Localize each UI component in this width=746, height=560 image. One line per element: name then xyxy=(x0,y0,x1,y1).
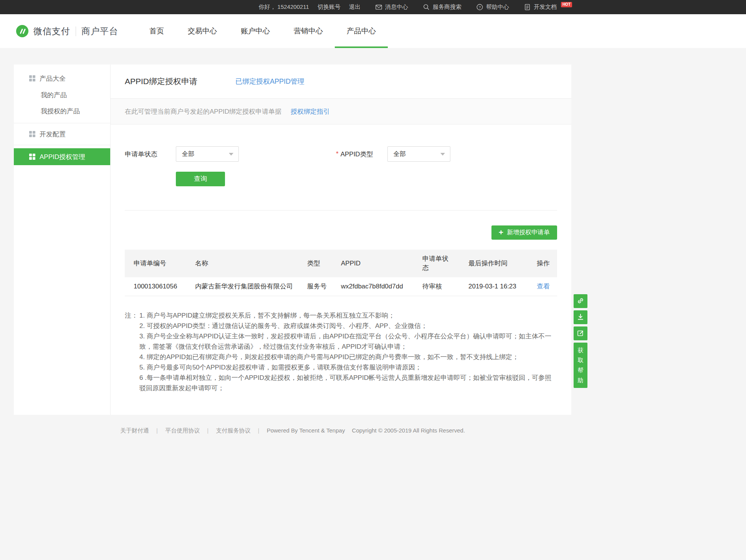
nav-marketing-center[interactable]: 营销中心 xyxy=(282,14,335,48)
table-header-row: 申请单编号 名称 类型 APPID 申请单状态 最后操作时间 操作 xyxy=(125,250,557,277)
view-link[interactable]: 查看 xyxy=(537,283,550,290)
topbar: 你好， 1524200211 切换账号 退出 消息中心 服务商搜索 xyxy=(0,0,746,14)
footer-link-platform-agreement[interactable]: 平台使用协议 xyxy=(165,427,200,434)
footer-link-payment-service-agreement[interactable]: 支付服务协议 xyxy=(216,427,250,434)
nav-home[interactable]: 首页 xyxy=(137,14,176,48)
message-center-item[interactable]: 消息中心 xyxy=(375,3,408,11)
account-greeting: 你好， 1524200211 xyxy=(258,3,309,11)
download-button[interactable] xyxy=(574,310,587,324)
note-item: 6 .每一条申请单相对独立，如向一个APPID发起授权，如被拒绝，可联系APPI… xyxy=(139,373,557,393)
note-item: 2. 可授权的APPID类型：通过微信认证的服务号、政府或媒体类订阅号、小程序、… xyxy=(139,321,557,331)
download-icon xyxy=(577,313,584,322)
cell-last-op-time: 2019-03-1 16:23 xyxy=(460,277,528,296)
feedback-button[interactable] xyxy=(574,326,587,340)
status-filter-value: 全部 xyxy=(182,150,194,158)
switch-account-link[interactable]: 切换账号 xyxy=(318,3,341,11)
info-text: 在此可管理当前商户号发起的APPID绑定授权申请单据 xyxy=(125,107,281,116)
footer: 关于财付通 | 平台使用协议 | 支付服务协议 | Powered By Ten… xyxy=(14,415,571,442)
plus-icon: + xyxy=(499,228,503,236)
nav-product-center[interactable]: 产品中心 xyxy=(335,14,388,48)
provider-search-label: 服务商搜索 xyxy=(433,3,461,11)
sidebar-item-label: 我授权的产品 xyxy=(41,107,80,116)
appid-type-filter-select[interactable]: 全部 xyxy=(387,146,450,162)
page-body: 产品大全 我的产品 我授权的产品 开发配置 APPID授权管理 APPID绑定授… xyxy=(14,65,571,415)
sidebar-item-authorized-products[interactable]: 我授权的产品 xyxy=(14,103,110,119)
note-item: 3. 商户号企业全称与APPID认证主体一致时，发起授权申请后，由APPID在指… xyxy=(139,331,557,352)
cell-order-no: 100013061056 xyxy=(125,277,186,296)
chevron-down-icon xyxy=(440,153,445,156)
footer-powered-by: Powered By Tencent & Tenpay xyxy=(267,427,345,434)
add-auth-request-label: 新增授权申请单 xyxy=(507,229,550,237)
filter-form: 申请单状态 全部 * APPID类型 全部 查询 xyxy=(111,124,571,186)
sidebar-item-label: APPID授权管理 xyxy=(40,152,85,161)
header: 微信支付 商户平台 首页 交易中心 账户中心 营销中心 产品中心 xyxy=(0,14,746,48)
auth-request-table: 申请单编号 名称 类型 APPID 申请单状态 最后操作时间 操作 100013… xyxy=(125,250,557,296)
cell-type: 服务号 xyxy=(298,277,332,296)
footer-separator: | xyxy=(207,427,208,434)
appid-type-filter-label: APPID类型 xyxy=(341,150,373,159)
bound-appid-management-link[interactable]: 已绑定授权APPID管理 xyxy=(235,77,304,86)
platform-name: 商户平台 xyxy=(81,25,118,37)
cell-name: 内蒙古新华发行集团股份有限公司 xyxy=(186,277,298,296)
note-item: 5. 商户号最多可向50个APPID发起授权申请，如需授权更多，请联系微信支付客… xyxy=(139,362,557,373)
get-help-button[interactable]: 获取帮助 xyxy=(574,343,587,388)
column-header-appid: APPID xyxy=(332,250,414,277)
footer-separator: | xyxy=(258,427,260,434)
sidebar-item-label: 我的产品 xyxy=(41,91,67,99)
chevron-down-icon xyxy=(229,153,233,156)
sidebar-item-appid-auth-management[interactable]: APPID授权管理 xyxy=(14,148,110,165)
notes: 注： 1. 商户号与APPID建立绑定授权关系后，暂不支持解绑，每一条关系相互独… xyxy=(125,310,557,393)
sidebar-divider xyxy=(14,145,110,145)
brand[interactable]: 微信支付 商户平台 xyxy=(15,14,118,48)
sidebar-item-dev-config[interactable]: 开发配置 xyxy=(14,123,110,145)
column-header-action: 操作 xyxy=(528,250,557,277)
mail-icon xyxy=(375,3,382,11)
sidebar-item-label: 产品大全 xyxy=(40,74,66,83)
status-filter-label: 申请单状态 xyxy=(125,150,157,159)
cell-status: 待审核 xyxy=(414,277,460,296)
wechat-pay-logo-icon xyxy=(15,24,29,38)
notes-prefix: 注： xyxy=(125,310,138,321)
sidebar-item-label: 开发配置 xyxy=(40,130,66,139)
document-icon xyxy=(524,3,531,11)
grid-icon xyxy=(29,131,35,137)
sidebar: 产品大全 我的产品 我授权的产品 开发配置 APPID授权管理 xyxy=(14,65,110,415)
status-filter-select[interactable]: 全部 xyxy=(176,146,239,162)
column-header-status: 申请单状态 xyxy=(414,250,460,277)
sidebar-item-product-catalog[interactable]: 产品大全 xyxy=(14,70,110,87)
message-center-label: 消息中心 xyxy=(385,3,408,11)
main-panel: APPID绑定授权申请 已绑定授权APPID管理 在此可管理当前商户号发起的AP… xyxy=(110,65,571,415)
add-auth-request-button[interactable]: + 新增授权申请单 xyxy=(491,225,557,240)
page-title: APPID绑定授权申请 xyxy=(125,76,197,87)
info-bar: 在此可管理当前商户号发起的APPID绑定授权申请单据 授权绑定指引 xyxy=(111,99,571,124)
dev-docs-label: 开发文档 xyxy=(534,3,557,11)
help-center-item[interactable]: ? 帮助中心 xyxy=(476,3,509,11)
floating-help-widget: 获取帮助 xyxy=(574,294,587,388)
dev-docs-item[interactable]: 开发文档 HOT xyxy=(524,3,572,11)
column-header-name: 名称 xyxy=(186,250,298,277)
note-item: 4. 绑定的APPID如已有绑定商户号，则发起授权申请的商户号需与APPID已绑… xyxy=(139,352,557,362)
grid-icon xyxy=(29,75,35,81)
footer-separator: | xyxy=(156,427,158,434)
column-header-order-no: 申请单编号 xyxy=(125,250,186,277)
nav-transaction-center[interactable]: 交易中心 xyxy=(176,14,229,48)
footer-link-about-tenpay[interactable]: 关于财付通 xyxy=(120,427,149,434)
footer-copyright: Copyright © 2005-2019 All Rights Reserve… xyxy=(352,427,465,434)
provider-search-item[interactable]: 服务商搜索 xyxy=(423,3,461,11)
svg-text:?: ? xyxy=(479,5,481,9)
logout-link[interactable]: 退出 xyxy=(349,3,361,11)
help-center-label: 帮助中心 xyxy=(486,3,509,11)
title-row: APPID绑定授权申请 已绑定授权APPID管理 xyxy=(111,65,571,99)
contact-service-button[interactable] xyxy=(574,294,587,308)
table-row: 100013061056 内蒙古新华发行集团股份有限公司 服务号 wx2fdba… xyxy=(125,277,557,296)
edit-icon xyxy=(577,329,584,338)
query-button[interactable]: 查询 xyxy=(176,172,225,186)
note-item: 1. 商户号与APPID建立绑定授权关系后，暂不支持解绑，每一条关系相互独立互不… xyxy=(139,310,557,321)
sidebar-item-my-products[interactable]: 我的产品 xyxy=(14,87,110,103)
auth-binding-guide-link[interactable]: 授权绑定指引 xyxy=(291,107,330,116)
appid-type-filter-value: 全部 xyxy=(394,150,406,158)
column-header-type: 类型 xyxy=(298,250,332,277)
nav-account-center[interactable]: 账户中心 xyxy=(229,14,282,48)
column-header-last-op-time: 最后操作时间 xyxy=(460,250,528,277)
cell-appid: wx2fdbac7b8fd0d7dd xyxy=(332,277,414,296)
